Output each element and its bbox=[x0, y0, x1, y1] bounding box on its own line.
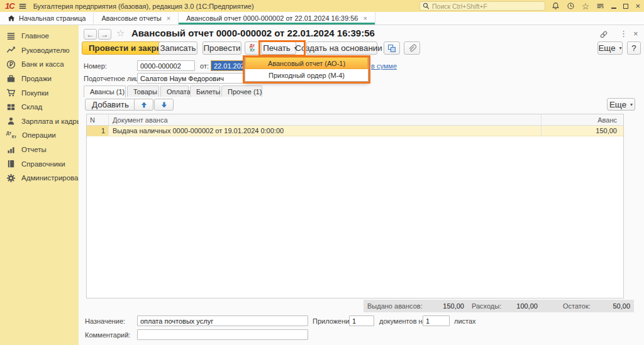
sidebar-item-administration[interactable]: Администрирование bbox=[0, 171, 79, 185]
write-button[interactable]: Записать bbox=[158, 41, 197, 55]
purpose-field[interactable] bbox=[137, 315, 308, 326]
main-menu-icon[interactable] bbox=[18, 2, 27, 11]
sidebar-label: Главное bbox=[21, 32, 49, 40]
tab-tickets[interactable]: Билеты bbox=[190, 85, 220, 97]
help-button[interactable]: ? bbox=[627, 41, 641, 55]
attachments-button[interactable] bbox=[404, 41, 420, 55]
cell-document[interactable]: Выдача наличных 0000-000002 от 19.01.202… bbox=[109, 126, 541, 136]
ruble-circle-icon bbox=[6, 60, 16, 69]
table-more-button[interactable]: Еще ▾ bbox=[607, 98, 635, 111]
tab-label: Авансовые отчеты bbox=[101, 14, 161, 22]
post-button[interactable]: Провести bbox=[203, 41, 242, 55]
menu-item-receipt-order-m4[interactable]: Приходный ордер (М-4) bbox=[245, 69, 368, 81]
more-label: Еще bbox=[598, 43, 615, 53]
forward-button[interactable]: → bbox=[98, 29, 111, 40]
amount-settings-link[interactable]: в сумме bbox=[371, 62, 397, 70]
arrow-down-icon bbox=[160, 101, 168, 109]
global-search-input[interactable]: Поиск Ctrl+Shift+F bbox=[419, 1, 545, 11]
menu-item-advance-report-ao1[interactable]: Авансовый отчет (АО-1) bbox=[245, 57, 368, 69]
col-header-document[interactable]: Документ аванса bbox=[109, 114, 541, 125]
tab-goods[interactable]: Товары bbox=[127, 85, 159, 97]
col-header-advance[interactable]: Аванс bbox=[541, 114, 623, 125]
home-icon bbox=[8, 14, 15, 22]
book-icon bbox=[6, 159, 16, 168]
sidebar-label: Покупки bbox=[21, 89, 48, 97]
sidebar-item-main[interactable]: Главное bbox=[0, 29, 79, 43]
form-title: Авансовый отчет 0000-000002 от 22.01.202… bbox=[131, 28, 375, 38]
number-label: Номер: bbox=[84, 62, 107, 70]
print-button[interactable]: Печать ▾ bbox=[261, 41, 296, 55]
sidebar-label: Руководителю bbox=[21, 47, 70, 54]
attachment-docs-field[interactable] bbox=[349, 315, 374, 326]
notifications-bell-icon[interactable] bbox=[552, 2, 560, 10]
bar-chart-icon bbox=[6, 145, 16, 155]
tab-advance-report-document[interactable]: Авансовый отчет 0000-000002 от 22.01.202… bbox=[179, 12, 375, 25]
advances-table[interactable]: N Документ аванса Аванс 1 Выдача наличны… bbox=[86, 114, 624, 298]
form-more-button[interactable]: Еще ▾ bbox=[597, 41, 623, 55]
search-icon bbox=[423, 3, 430, 9]
sidebar-item-warehouse[interactable]: Склад bbox=[0, 100, 79, 114]
sidebar-label: Справочники bbox=[21, 160, 65, 168]
create-on-base-button[interactable]: Создать на основании ▾ bbox=[306, 41, 377, 55]
briefcase-icon bbox=[6, 74, 16, 84]
expenses-value: 100,00 bbox=[503, 302, 538, 310]
minimize-button[interactable] bbox=[611, 8, 616, 9]
service-menu-icon[interactable] bbox=[596, 2, 604, 10]
favorites-star-icon[interactable]: ☆ bbox=[582, 2, 590, 11]
sidebar-item-salary-hr[interactable]: Зарплата и кадры bbox=[0, 114, 79, 129]
move-down-button[interactable] bbox=[154, 99, 174, 111]
sidebar-item-operations[interactable]: ДтКт Операции bbox=[0, 128, 79, 143]
sidebar-item-manager[interactable]: Руководителю bbox=[0, 43, 79, 58]
tab-home[interactable]: Начальная страница bbox=[0, 12, 94, 25]
sidebar-label: Продажи bbox=[21, 75, 52, 82]
doctab-label: Товары bbox=[133, 88, 157, 96]
tab-label: Авансовый отчет 0000-000002 от 22.01.202… bbox=[186, 14, 358, 22]
back-button[interactable]: ← bbox=[84, 29, 97, 40]
tab-advances[interactable]: Авансы (1) bbox=[84, 85, 126, 97]
table-row[interactable]: 1 Выдача наличных 0000-000002 от 19.01.2… bbox=[87, 126, 623, 136]
sidebar-item-sales[interactable]: Продажи bbox=[0, 72, 79, 86]
person-icon bbox=[6, 116, 16, 126]
move-up-button[interactable] bbox=[134, 99, 153, 111]
form-close-icon[interactable]: × bbox=[633, 29, 638, 38]
cell-n[interactable]: 1 bbox=[87, 126, 109, 136]
tab-label: Начальная страница bbox=[19, 14, 86, 22]
create-on-base-label: Создать на основании bbox=[295, 43, 382, 53]
dt-kt-button[interactable]: ДтКт bbox=[245, 41, 260, 55]
docs-on-label: документов на bbox=[379, 317, 426, 325]
issued-label: Выдано авансов: bbox=[367, 302, 423, 310]
person-label: Подотчетное лицо: bbox=[84, 75, 145, 82]
tab-payment[interactable]: Оплата bbox=[160, 85, 189, 97]
sidebar-item-directories[interactable]: Справочники bbox=[0, 156, 79, 171]
attachment-sheets-field[interactable] bbox=[423, 315, 450, 326]
doctab-label: Авансы (1) bbox=[90, 88, 125, 96]
number-field[interactable] bbox=[137, 60, 195, 71]
sidebar-label: Склад bbox=[21, 103, 42, 111]
related-documents-button[interactable] bbox=[384, 41, 400, 55]
tab-advance-reports-list[interactable]: Авансовые отчеты × bbox=[94, 12, 179, 25]
history-icon[interactable] bbox=[567, 2, 575, 10]
doctab-label: Оплата bbox=[167, 88, 191, 96]
cell-advance[interactable]: 150,00 bbox=[541, 126, 623, 136]
get-link-icon[interactable] bbox=[599, 30, 608, 39]
sidebar-item-purchases[interactable]: Покупки bbox=[0, 85, 79, 100]
tab-close-icon[interactable]: × bbox=[363, 14, 367, 22]
maximize-button[interactable] bbox=[623, 4, 628, 9]
comment-field[interactable] bbox=[137, 329, 308, 340]
trend-chart-icon bbox=[6, 45, 16, 55]
add-row-button[interactable]: Добавить bbox=[85, 99, 136, 111]
open-windows-tabbar: Начальная страница Авансовые отчеты × Ав… bbox=[0, 12, 644, 25]
sections-sidebar: Главное Руководителю Банк и касса Продаж… bbox=[0, 25, 79, 345]
paperclip-icon bbox=[408, 44, 416, 53]
favorite-star-icon[interactable]: ☆ bbox=[116, 28, 125, 39]
sidebar-item-bank-cash[interactable]: Банк и касса bbox=[0, 57, 79, 72]
gear-icon bbox=[6, 173, 16, 183]
sidebar-item-reports[interactable]: Отчеты bbox=[0, 143, 79, 157]
advance-report-form: ← → ☆ Авансовый отчет 0000-000002 от 22.… bbox=[79, 25, 644, 345]
form-menu-dots-icon[interactable]: ⋮ bbox=[619, 29, 628, 38]
tab-other[interactable]: Прочее (1) bbox=[221, 85, 262, 97]
chevron-down-icon: ▾ bbox=[630, 102, 633, 107]
col-header-n[interactable]: N bbox=[87, 114, 109, 125]
tab-close-icon[interactable]: × bbox=[167, 14, 170, 22]
window-close-button[interactable]: × bbox=[635, 2, 640, 10]
